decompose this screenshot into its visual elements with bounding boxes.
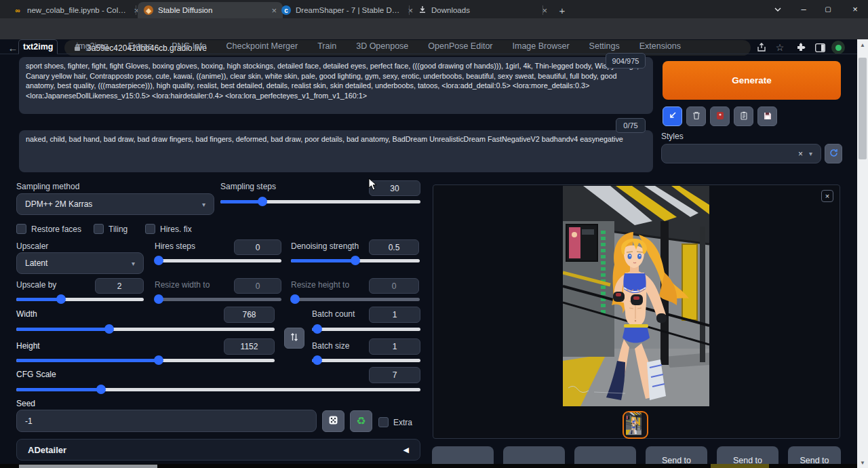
tab-image-browser[interactable]: Image Browser (511, 39, 571, 54)
sampling-steps-label: Sampling steps (220, 182, 276, 191)
negative-prompt-input[interactable]: naked, child, bad hand, bad draw, bad dr… (19, 130, 653, 172)
restore-faces-label: Restore faces (31, 225, 81, 234)
sampling-method-label: Sampling method (16, 182, 79, 191)
resize-width-to-value: 0 (234, 278, 281, 294)
tab-extensions[interactable]: Extensions (638, 39, 682, 54)
cfg-scale-slider[interactable] (16, 385, 420, 394)
cfg-scale-value[interactable]: 7 (369, 367, 420, 383)
tab-openpose-editor[interactable]: OpenPose Editor (427, 39, 494, 54)
minimize-icon[interactable]: – (792, 0, 815, 18)
apply-styles-button[interactable] (734, 106, 753, 126)
resize-width-to-label: Resize width to (155, 280, 210, 290)
random-seed-button[interactable] (322, 410, 344, 432)
browser-tab-label: new_colab_file.ipynb - Colaborati (27, 6, 126, 14)
browser-tab-label: Downloads (431, 6, 534, 14)
prompt-input[interactable]: sport shoes, fighter, fight, fight Glove… (19, 57, 653, 114)
card-icon (716, 111, 724, 123)
tab-train[interactable]: Train (316, 39, 338, 54)
generate-button[interactable]: Generate (663, 61, 841, 100)
batch-size-slider[interactable] (312, 355, 420, 365)
swap-icon (290, 332, 298, 345)
paste-params-button[interactable] (663, 106, 682, 126)
browser-tab-label: DreamShaper - 7 | Stable Diffusio (296, 6, 400, 14)
browser-tab-civitai[interactable]: c DreamShaper - 7 | Stable Diffusio × (275, 2, 419, 18)
tab-checkpoint-merger[interactable]: Checkpoint Merger (225, 39, 300, 54)
upscaler-dropdown[interactable]: Latent ▾ (16, 252, 144, 274)
new-tab-button[interactable]: + (548, 2, 576, 18)
webui-tab-bar: txt2img img2img Extras PNG Info Checkpoi… (0, 39, 868, 54)
resize-height-to-value: 0 (369, 278, 419, 294)
height-label: Height (16, 341, 40, 351)
tab-search-chevron-icon[interactable] (766, 0, 789, 18)
upscale-by-value[interactable]: 2 (95, 278, 144, 294)
hires-fix-checkbox[interactable] (145, 224, 155, 234)
sampling-method-dropdown[interactable]: DPM++ 2M Karras ▾ (16, 193, 214, 215)
refresh-styles-button[interactable] (825, 144, 842, 163)
civitai-icon: c (281, 5, 291, 15)
denoising-strength-slider[interactable] (291, 256, 420, 265)
maximize-icon[interactable]: ▢ (816, 0, 840, 18)
width-label: Width (16, 309, 37, 319)
screen: ∞ new_colab_file.ipynb - Colaborati × ◈ … (0, 0, 868, 468)
dice-icon (328, 415, 338, 428)
restore-faces-checkbox[interactable] (16, 224, 26, 234)
mouse-cursor (368, 178, 378, 194)
clear-x-icon[interactable]: × (798, 149, 803, 159)
batch-size-label: Batch size (312, 341, 349, 351)
denoising-strength-value[interactable]: 0.5 (369, 239, 419, 255)
scroll-down-icon[interactable]: ▼ (857, 457, 868, 468)
batch-count-slider[interactable] (312, 324, 420, 334)
sampling-steps-slider[interactable] (220, 197, 420, 206)
upscale-by-label: Upscale by (16, 280, 56, 290)
generated-image[interactable] (563, 186, 709, 406)
height-value[interactable]: 1152 (224, 338, 275, 355)
upscaler-value: Latent (25, 258, 47, 268)
upscaler-label: Upscaler (16, 241, 48, 251)
height-slider[interactable] (16, 355, 275, 365)
plus-icon: + (559, 5, 566, 16)
accordion-arrow-icon: ◀ (403, 446, 409, 454)
hires-steps-slider[interactable] (155, 256, 281, 265)
chevron-down-icon: ▾ (132, 260, 135, 267)
width-slider[interactable] (16, 324, 275, 334)
hires-steps-label: Hires steps (155, 241, 195, 251)
tab-img2img[interactable]: img2img (75, 39, 109, 54)
reuse-seed-button[interactable]: ♻ (350, 410, 372, 432)
browser-tab-colab[interactable]: ∞ new_colab_file.ipynb - Colaborati × (7, 2, 145, 18)
bottom-overlay-strip (0, 464, 857, 468)
tab-3d-openpose[interactable]: 3D Openpose (355, 39, 410, 54)
download-icon (418, 5, 427, 15)
batch-size-value[interactable]: 1 (369, 338, 420, 355)
browser-toolbar: ← → 3a59ec42041dbb46cb.gradio.live ☆ ⋮ (0, 18, 868, 39)
tiling-label: Tiling (108, 225, 127, 234)
refresh-icon (829, 148, 838, 160)
seed-input[interactable]: -1 (16, 410, 317, 432)
chevron-down-icon[interactable]: ▾ (809, 150, 812, 157)
tab-settings[interactable]: Settings (588, 39, 621, 54)
clear-prompt-button[interactable] (686, 106, 706, 126)
hires-steps-value[interactable]: 0 (234, 239, 281, 255)
width-value[interactable]: 768 (224, 307, 275, 323)
swap-dimensions-button[interactable] (284, 328, 304, 349)
extra-networks-button[interactable] (710, 106, 730, 126)
tab-extras[interactable]: Extras (127, 39, 153, 54)
browser-tab-stable-diffusion[interactable]: ◈ Stable Diffusion × (138, 2, 283, 18)
tiling-checkbox[interactable] (94, 224, 104, 234)
close-icon[interactable]: × (844, 0, 867, 18)
adetailer-accordion[interactable]: ADetailer ◀ (16, 439, 420, 461)
seed-label: Seed (16, 399, 35, 408)
gallery-thumbnail[interactable] (623, 411, 648, 439)
extra-seed-checkbox[interactable] (378, 417, 389, 427)
denoising-strength-label: Denoising strength (291, 241, 359, 251)
tab-png-info[interactable]: PNG Info (170, 39, 208, 54)
upscale-by-slider[interactable] (16, 294, 144, 304)
styles-dropdown[interactable]: × ▾ (661, 144, 821, 163)
scrollbar-thumb[interactable] (859, 58, 867, 159)
batch-count-value[interactable]: 1 (369, 307, 420, 323)
clipboard-icon (740, 111, 748, 123)
tab-txt2img[interactable]: txt2img (18, 39, 58, 54)
scroll-up-icon[interactable]: ▲ (857, 39, 868, 50)
gallery-close-button[interactable]: × (821, 190, 833, 202)
browser-tab-downloads[interactable]: Downloads × (412, 2, 553, 18)
save-style-button[interactable] (757, 106, 777, 126)
